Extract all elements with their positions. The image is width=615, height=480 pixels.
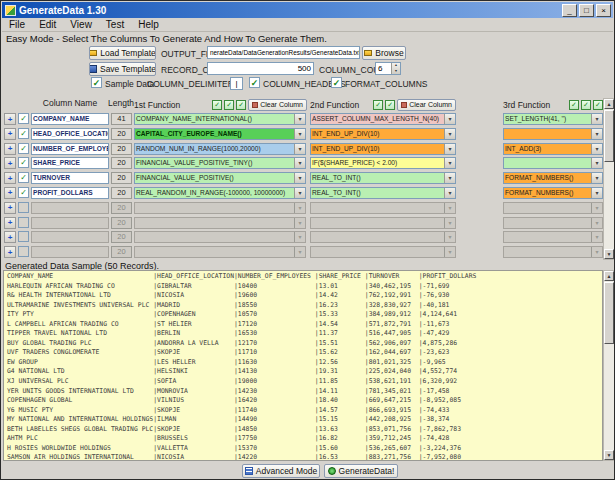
function-combo[interactable]: ▾ (503, 128, 603, 140)
dropdown-arrow-icon[interactable]: ▾ (294, 247, 305, 257)
function-combo[interactable]: ▾ (503, 202, 603, 214)
function-combo[interactable]: ▾ (503, 217, 603, 229)
fn1-clear-column-button[interactable]: Clear Column (248, 99, 307, 111)
fn2-checkbox-icon[interactable]: ✓ (373, 100, 383, 110)
dropdown-arrow-icon[interactable]: ▾ (294, 188, 305, 198)
add-row-button[interactable]: + (4, 157, 16, 169)
sample-data-checkbox[interactable]: ✓ (91, 77, 102, 88)
function-combo[interactable]: ▾ (134, 231, 306, 243)
column-name-field[interactable] (31, 217, 109, 229)
dropdown-arrow-icon[interactable]: ▾ (591, 203, 602, 213)
fn2-clear-column-button[interactable]: Clear Column (397, 99, 456, 111)
dropdown-arrow-icon[interactable]: ▾ (294, 158, 305, 168)
add-row-button[interactable]: + (4, 246, 16, 258)
minimize-icon[interactable]: _ (562, 4, 577, 17)
fn2-checkbox-icon[interactable]: ✓ (385, 100, 395, 110)
generate-data-button[interactable]: GenerateData! (324, 464, 398, 478)
column-name-field[interactable]: PROFIT_DOLLARS (31, 187, 109, 199)
scroll-down-icon[interactable]: ▼ (604, 450, 614, 460)
dropdown-arrow-icon[interactable]: ▾ (444, 173, 455, 183)
function-combo[interactable]: INT_END_UP_DIV(10)▾ (310, 143, 456, 155)
dropdown-arrow-icon[interactable]: ▾ (591, 232, 602, 242)
format-columns-checkbox[interactable]: ✓ (331, 77, 342, 88)
function-combo[interactable]: IF($(SHARE_PRICE) < 2.00)▾ (310, 157, 456, 169)
function-combo[interactable]: FINANCIAL_VALUE_POSITIVE_TINY()▾ (134, 157, 306, 169)
dropdown-arrow-icon[interactable]: ▾ (444, 129, 455, 139)
add-row-button[interactable]: + (4, 143, 16, 155)
column-name-field[interactable]: SHARE_PRICE (31, 157, 109, 169)
add-row-button[interactable]: + (4, 187, 16, 199)
scroll-down-icon[interactable]: ▼ (604, 249, 614, 259)
dropdown-arrow-icon[interactable]: ▾ (444, 144, 455, 154)
dropdown-arrow-icon[interactable]: ▾ (591, 188, 602, 198)
column-name-field[interactable] (31, 202, 109, 214)
sample-scrollbar[interactable]: ▲ ▼ (603, 270, 615, 461)
add-row-button[interactable]: + (4, 113, 16, 125)
menu-test[interactable]: Test (99, 19, 131, 30)
function-combo[interactable]: FORMAT_NUMBERS()▾ (503, 172, 603, 184)
column-length-field[interactable]: 20 (111, 143, 132, 155)
column-length-field[interactable]: 20 (111, 231, 132, 243)
column-length-field[interactable]: 20 (111, 172, 132, 184)
function-combo[interactable]: RANDOM_NUM_IN_RANGE(1000,20000)▾ (134, 143, 306, 155)
menu-file[interactable]: File (2, 19, 32, 30)
row-enabled-checkbox[interactable] (18, 231, 29, 242)
column-count-spinner[interactable]: 6 ▲ ▼ (375, 62, 401, 75)
dropdown-arrow-icon[interactable]: ▾ (444, 247, 455, 257)
column-headers-checkbox[interactable]: ✓ (249, 77, 260, 88)
column-name-field[interactable]: NUMBER_OF_EMPLOYEES (31, 143, 109, 155)
dropdown-arrow-icon[interactable]: ▾ (444, 158, 455, 168)
function-combo[interactable]: INT_ADD(3)▾ (503, 143, 603, 155)
dropdown-arrow-icon[interactable]: ▾ (294, 173, 305, 183)
row-enabled-checkbox[interactable]: ✓ (18, 187, 29, 198)
dropdown-arrow-icon[interactable]: ▾ (444, 232, 455, 242)
grid-scrollbar[interactable]: ▲ ▼ (603, 98, 615, 260)
dropdown-arrow-icon[interactable]: ▾ (294, 203, 305, 213)
scroll-up-icon[interactable]: ▲ (604, 271, 614, 281)
dropdown-arrow-icon[interactable]: ▾ (591, 158, 602, 168)
column-delimiter-input[interactable]: | (230, 77, 243, 90)
column-length-field[interactable]: 20 (111, 187, 132, 199)
title-bar[interactable]: GenerateData 1.30 _ □ × (2, 2, 613, 18)
row-enabled-checkbox[interactable]: ✓ (18, 113, 29, 124)
grid-scrollbar-thumb[interactable] (604, 110, 614, 162)
row-enabled-checkbox[interactable]: ✓ (18, 128, 29, 139)
function-combo[interactable]: INT_END_UP_DIV(10)▾ (310, 128, 456, 140)
function-combo[interactable]: REAL_TO_INT()▾ (310, 172, 456, 184)
function-combo[interactable]: ▾ (310, 217, 456, 229)
close-icon[interactable]: × (596, 4, 611, 17)
function-combo[interactable]: FORMAT_NUMBERS()▾ (503, 187, 603, 199)
column-length-field[interactable]: 41 (111, 113, 132, 125)
fn1-checkbox-icon[interactable]: ✓ (224, 100, 234, 110)
dropdown-arrow-icon[interactable]: ▾ (591, 173, 602, 183)
fn3-checkbox-icon[interactable]: ✓ (569, 100, 579, 110)
column-name-field[interactable]: TURNOVER (31, 172, 109, 184)
column-length-field[interactable]: 20 (111, 202, 132, 214)
dropdown-arrow-icon[interactable]: ▾ (591, 114, 602, 124)
column-name-field[interactable]: HEAD_OFFICE_LOCATION (31, 128, 109, 140)
record-count-input[interactable]: 500 (207, 62, 314, 75)
dropdown-arrow-icon[interactable]: ▾ (444, 188, 455, 198)
function-combo[interactable]: ▾ (134, 202, 306, 214)
function-combo[interactable]: REAL_RANDOM_IN_RANGE(-100000, 10000000)▾ (134, 187, 306, 199)
column-length-field[interactable]: 20 (111, 217, 132, 229)
row-enabled-checkbox[interactable]: ✓ (18, 143, 29, 154)
dropdown-arrow-icon[interactable]: ▾ (294, 114, 305, 124)
maximize-icon[interactable]: □ (579, 4, 594, 17)
function-combo[interactable]: COMPANY_NAME_INTERNATIONAL()▾ (134, 113, 306, 125)
add-row-button[interactable]: + (4, 217, 16, 229)
dropdown-arrow-icon[interactable]: ▾ (294, 144, 305, 154)
fn1-checkbox-icon[interactable]: ✓ (236, 100, 246, 110)
menu-help[interactable]: Help (131, 19, 166, 30)
function-combo[interactable]: REAL_TO_INT()▾ (310, 187, 456, 199)
column-length-field[interactable]: 20 (111, 246, 132, 258)
output-file-input[interactable]: nerateData/DataGenerationResults/Generat… (207, 46, 360, 59)
dropdown-arrow-icon[interactable]: ▾ (444, 218, 455, 228)
column-name-field[interactable] (31, 246, 109, 258)
add-row-button[interactable]: + (4, 231, 16, 243)
row-enabled-checkbox[interactable]: ✓ (18, 172, 29, 183)
add-row-button[interactable]: + (4, 128, 16, 140)
row-enabled-checkbox[interactable] (18, 217, 29, 228)
function-combo[interactable]: ▾ (134, 217, 306, 229)
function-combo[interactable]: ▾ (310, 202, 456, 214)
